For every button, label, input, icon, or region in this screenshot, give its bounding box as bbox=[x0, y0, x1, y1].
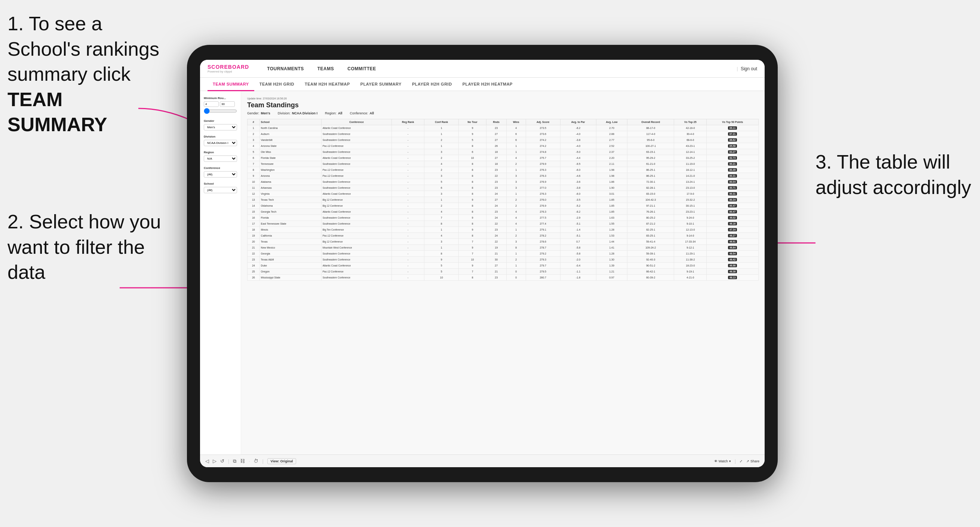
cell-conf-rank: 4 bbox=[424, 209, 459, 215]
cell-wins: 2 bbox=[506, 257, 526, 263]
cell-no-tour: 8 bbox=[459, 185, 486, 191]
filter-region-label: Region: bbox=[325, 111, 337, 115]
cell-conf-rank: 7 bbox=[424, 215, 459, 221]
main-content: Minimum Rou... Gender Men's Division bbox=[200, 91, 765, 454]
cell-conference: Mountain West Conference bbox=[321, 245, 392, 251]
tab-team-h2h-grid[interactable]: TEAM H2H GRID bbox=[254, 78, 299, 91]
cell-wins: 2 bbox=[506, 203, 526, 209]
cell-wins: 1 bbox=[506, 143, 526, 149]
cell-school: Georgia Tech bbox=[259, 209, 321, 215]
cell-avg-par: -4.4 bbox=[560, 155, 596, 161]
cell-vs-top25: 17-9-0 bbox=[674, 191, 707, 197]
cell-conf-rank: 9 bbox=[424, 257, 459, 263]
table-row: 16FloridaSoutheastern Conference-7924427… bbox=[248, 215, 759, 221]
table-row: 21New MexicoMountain West Conference-191… bbox=[248, 245, 759, 251]
cell-rank: 26 bbox=[248, 275, 260, 281]
watch-button[interactable]: 👁 Watch ▾ bbox=[714, 459, 731, 463]
cell-conf-rank: 3 bbox=[424, 149, 459, 155]
col-adj-score: Adj. Score bbox=[526, 119, 560, 125]
step3-text: 3. The table will adjust accordingly bbox=[816, 151, 971, 198]
cell-wins: 1 bbox=[506, 227, 526, 233]
tab-team-summary[interactable]: TEAM SUMMARY bbox=[207, 78, 254, 91]
gender-select[interactable]: Men's bbox=[204, 124, 237, 130]
cell-wins: 1 bbox=[506, 263, 526, 269]
copy-icon[interactable]: ⧉ bbox=[233, 458, 236, 464]
share-button[interactable]: ↗ Share bbox=[746, 459, 759, 463]
refresh-icon[interactable]: ↺ bbox=[220, 458, 224, 464]
standings-table: # School Conference Reg Rank Conf Rank N… bbox=[247, 119, 759, 281]
school-select[interactable]: (All) bbox=[204, 187, 237, 193]
cell-wins: 2 bbox=[506, 233, 526, 239]
cell-rnds: 30 bbox=[486, 257, 506, 263]
cell-conf-rank: 3 bbox=[424, 239, 459, 245]
division-select[interactable]: NCAA Division I bbox=[204, 140, 237, 146]
nav-committee[interactable]: COMMITTEE bbox=[340, 60, 383, 78]
cell-vs-top50: 48.13 bbox=[707, 275, 759, 281]
cell-avg-par: -5.8 bbox=[560, 251, 596, 257]
region-select[interactable]: N/A bbox=[204, 156, 237, 162]
instruction-3: 3. The table will adjust accordingly bbox=[816, 149, 972, 200]
watch-label: Watch bbox=[719, 459, 728, 463]
cell-avg-par: -6.2 bbox=[560, 125, 596, 131]
cell-rnds: 22 bbox=[486, 173, 506, 179]
cell-overall-record: 100-27-1 bbox=[627, 143, 674, 149]
cell-reg-rank: - bbox=[392, 179, 425, 185]
table-row: 26Mississippi StateSoutheastern Conferen… bbox=[248, 275, 759, 281]
tab-player-h2h-heatmap[interactable]: PLAYER H2H HEATMAP bbox=[457, 78, 518, 91]
cell-conf-rank: 5 bbox=[424, 179, 459, 185]
cell-conf-rank: 3 bbox=[424, 191, 459, 197]
cell-rank: 24 bbox=[248, 263, 260, 269]
share-link-icon[interactable]: ⛓ bbox=[240, 458, 245, 464]
cell-overall-record: 95-29-2 bbox=[627, 155, 674, 161]
cell-conf-rank: 1 bbox=[424, 197, 459, 203]
rounds-slider[interactable] bbox=[204, 108, 237, 114]
cell-vs-top50: 80.34 bbox=[707, 197, 759, 203]
cell-rank: 23 bbox=[248, 257, 260, 263]
cell-avg-low: 1.28 bbox=[596, 251, 627, 257]
cell-adj-score: 276.3 bbox=[526, 209, 560, 215]
table-row: 8WashingtonPac-12 Conference-28231276.3-… bbox=[248, 167, 759, 173]
cell-vs-top25: 33-25-2 bbox=[674, 155, 707, 161]
clock-icon[interactable]: ⏱ bbox=[253, 458, 258, 464]
cell-conference: Big Ten Conference bbox=[321, 227, 392, 233]
cell-rnds: 19 bbox=[486, 245, 506, 251]
cell-conf-rank: 1 bbox=[424, 245, 459, 251]
tab-player-summary[interactable]: PLAYER SUMMARY bbox=[355, 78, 407, 91]
forward-icon[interactable]: ▷ bbox=[213, 458, 216, 464]
cell-overall-record: 66-42-1 bbox=[627, 269, 674, 275]
cell-avg-par: -1.8 bbox=[560, 275, 596, 281]
filter-division-label: Division: bbox=[278, 111, 291, 115]
nav-tournaments[interactable]: TOURNAMENTS bbox=[260, 60, 311, 78]
expand-button[interactable]: ⤢ bbox=[740, 459, 743, 463]
max-rounds-input[interactable] bbox=[220, 101, 235, 107]
conference-select[interactable]: (All) bbox=[204, 171, 237, 178]
min-rounds-input[interactable] bbox=[204, 101, 219, 107]
cell-conference: Pac-12 Conference bbox=[321, 269, 392, 275]
nav-teams[interactable]: TEAMS bbox=[311, 60, 341, 78]
cell-vs-top25: 11-38-2 bbox=[674, 257, 707, 263]
tab-player-h2h-grid[interactable]: PLAYER H2H GRID bbox=[407, 78, 457, 91]
table-row: 7TennesseeSoutheastern Conference-481822… bbox=[248, 161, 759, 167]
cell-school: California bbox=[259, 233, 321, 239]
sign-out-button[interactable]: | Sign out bbox=[737, 66, 757, 71]
cell-avg-par: -5.0 bbox=[560, 149, 596, 155]
back-icon[interactable]: ◁ bbox=[205, 458, 209, 464]
cell-conf-rank: 10 bbox=[424, 275, 459, 281]
cell-school: Florida State bbox=[259, 155, 321, 161]
table-row: 9ArizonaPac-12 Conference-38223276.3-4.6… bbox=[248, 173, 759, 179]
table-header-section: Update time: 27/03/2024 16:56:26 Team St… bbox=[247, 97, 759, 115]
cell-reg-rank: - bbox=[392, 251, 425, 257]
cell-school: Texas bbox=[259, 239, 321, 245]
cell-rank: 25 bbox=[248, 269, 260, 275]
cell-rank: 4 bbox=[248, 143, 260, 149]
cell-no-tour: 9 bbox=[459, 227, 486, 233]
cell-avg-par: -0.4 bbox=[560, 263, 596, 269]
cell-no-tour: 9 bbox=[459, 131, 486, 137]
filter-conference: Conference: All bbox=[350, 111, 374, 115]
cell-vs-top50: 47.34 bbox=[707, 227, 759, 233]
minimum-rounds-label: Minimum Rou... bbox=[204, 97, 237, 100]
view-original-button[interactable]: View: Original bbox=[267, 458, 296, 464]
tab-team-h2h-heatmap[interactable]: TEAM H2H HEATMAP bbox=[299, 78, 355, 91]
cell-reg-rank: - bbox=[392, 125, 425, 131]
cell-avg-low: 1.85 bbox=[596, 197, 627, 203]
